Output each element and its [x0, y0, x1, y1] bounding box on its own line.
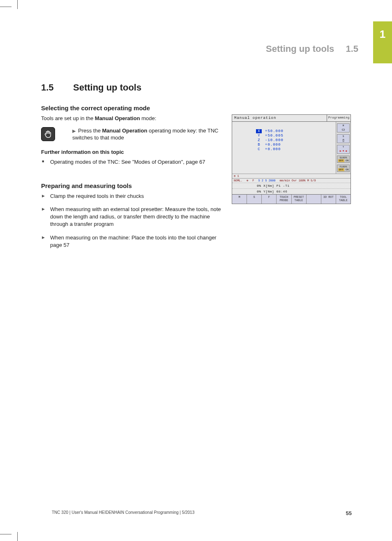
tool-icon: ▸▪◂: [337, 149, 349, 153]
running-header: Setting up tools 1.5: [266, 44, 358, 54]
position-display: X+50.000 Y+50.005 Z-10.000 B+0.000 C+0.0…: [232, 122, 336, 174]
main-content: 1.5 Setting up tools Selecting the corre…: [41, 82, 226, 255]
status-bar: 0% Y[Nm] 08:46: [232, 188, 350, 194]
side-button: T▸▪◂: [337, 145, 350, 154]
screenshot-sidebar: M▭ S▯ T▸▪◂ S100%OFF ON F100%OFF ON: [336, 122, 350, 174]
procedure-list: Clamp the required tools in their chucks…: [41, 193, 226, 249]
subsection-heading: Preparing and measuring tools: [41, 182, 226, 189]
override-display: F100%OFF ON: [337, 165, 350, 172]
page-number: 55: [346, 510, 352, 516]
list-item: Operating modes of the TNC: See "Modes o…: [41, 158, 226, 166]
section-number: 1.5: [41, 82, 73, 93]
softkey: TOUCH PROBE: [277, 195, 291, 204]
screenshot-main: X+50.000 Y+50.005 Z-10.000 B+0.000 C+0.0…: [232, 122, 350, 174]
axis-label: B: [256, 143, 262, 147]
crop-mark: [17, 0, 18, 9]
axis-value: +0.000: [265, 147, 281, 151]
axis-label: Y: [256, 134, 262, 138]
axis-label: X: [256, 129, 262, 133]
list-item: When measuring with an external tool pre…: [41, 206, 226, 228]
softkey: F: [262, 195, 277, 204]
softkey: M: [232, 195, 247, 204]
screenshot-titlebar: Manual operation Programming: [232, 115, 350, 122]
mill-icon: ▭: [337, 127, 349, 132]
crop-mark: [0, 7, 12, 7]
axis-value: +0.000: [265, 143, 281, 147]
triangle-bullet-icon: ▶: [72, 128, 76, 133]
chapter-number: 1: [380, 28, 385, 41]
spindle-icon: ▯: [337, 138, 349, 143]
list-item: Clamp the required tools in their chucks: [41, 193, 226, 200]
side-button: S▯: [337, 134, 350, 143]
key-instruction-text: ▶Press the Manual Operation operating mo…: [72, 127, 226, 142]
further-info-heading: Further information on this topic: [41, 149, 226, 155]
softkey: PRESET TABLE: [292, 195, 307, 204]
datum-icon: ⊕: [247, 179, 248, 182]
further-info-list: Operating modes of the TNC: See "Modes o…: [41, 158, 226, 166]
hand-icon: [44, 130, 53, 139]
subsection-heading: Selecting the correct operating mode: [41, 104, 226, 111]
lead-paragraph: Tools are set up in the Manual Operation…: [41, 115, 226, 122]
screenshot-title-left: Manual operation: [232, 115, 327, 121]
override-display: S100%OFF ON: [337, 156, 350, 163]
embedded-screenshot: Manual operation Programming X+50.000 Y+…: [232, 114, 351, 204]
softkey: TOOL TABLE: [336, 195, 350, 204]
status-line: ⊕ 1: [232, 174, 350, 178]
crop-mark: [17, 532, 18, 541]
section-heading: 1.5 Setting up tools: [41, 82, 226, 93]
running-header-title: Setting up tools: [266, 44, 334, 54]
status-bar: 0% X[Nm] P1 -T1: [232, 183, 350, 188]
axis-value: -10.000: [265, 138, 284, 142]
manual-operation-key-icon: [41, 127, 55, 141]
softkey: 3D ROT: [321, 195, 336, 204]
softkey-row: M S F TOUCH PROBE PRESET TABLE 3D ROT TO…: [232, 194, 350, 204]
page-footer: TNC 320 | User's Manual HEIDENHAIN Conve…: [52, 510, 352, 516]
softkey: [307, 195, 321, 204]
footer-text: TNC 320 | User's Manual HEIDENHAIN Conve…: [52, 510, 194, 516]
chapter-tab: 1: [373, 21, 392, 63]
axis-label: Z: [256, 138, 262, 142]
screenshot-title-right: Programming: [327, 115, 350, 121]
axis-label: C: [256, 147, 262, 151]
section-title: Setting up tools: [73, 82, 141, 93]
status-line: NOML. ⊕ F S 2 S 2000 mm/min Ovr 100% M 5…: [232, 178, 350, 183]
crop-mark: [0, 534, 12, 534]
softkey: S: [247, 195, 262, 204]
key-instruction-block: ▶Press the Manual Operation operating mo…: [41, 127, 226, 142]
axis-value: +50.000: [265, 129, 284, 133]
list-item: When measuring on the machine: Place the…: [41, 234, 226, 249]
running-header-number: 1.5: [346, 44, 358, 54]
axis-value: +50.005: [265, 134, 284, 138]
side-button: M▭: [337, 123, 350, 132]
